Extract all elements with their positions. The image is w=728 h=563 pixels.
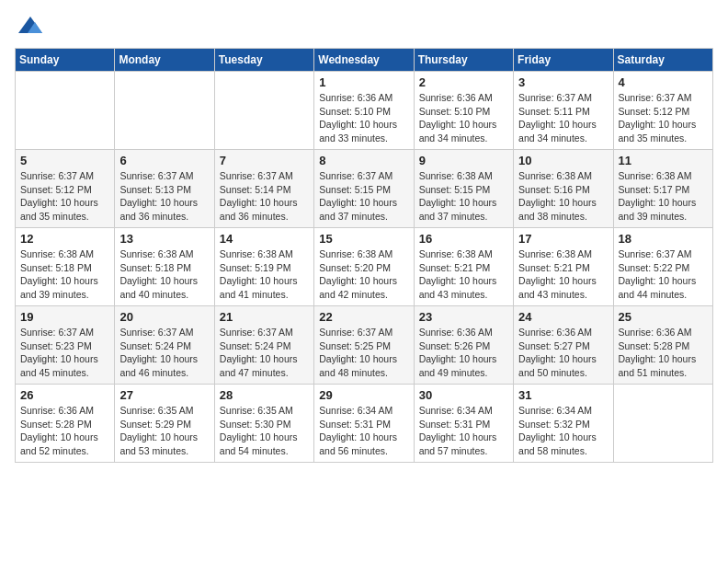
- day-number: 4: [619, 75, 708, 89]
- day-number: 3: [518, 75, 608, 89]
- calendar-cell: 22Sunrise: 6:37 AM Sunset: 5:25 PM Dayli…: [314, 306, 414, 385]
- calendar-cell: 29Sunrise: 6:34 AM Sunset: 5:31 PM Dayli…: [314, 385, 414, 463]
- calendar-cell: 28Sunrise: 6:35 AM Sunset: 5:30 PM Dayli…: [214, 385, 313, 463]
- day-info: Sunrise: 6:36 AM Sunset: 5:28 PM Dayligh…: [619, 326, 708, 380]
- day-number: 7: [220, 154, 309, 167]
- day-info: Sunrise: 6:37 AM Sunset: 5:23 PM Dayligh…: [20, 326, 109, 380]
- calendar-cell: 17Sunrise: 6:38 AM Sunset: 5:21 PM Dayli…: [514, 228, 613, 306]
- day-number: 2: [419, 75, 508, 89]
- calendar-cell: [214, 72, 313, 150]
- day-number: 10: [518, 154, 608, 167]
- week-row-5: 26Sunrise: 6:36 AM Sunset: 5:28 PM Dayli…: [16, 385, 713, 463]
- calendar-cell: [16, 72, 115, 150]
- calendar-cell: 8Sunrise: 6:37 AM Sunset: 5:15 PM Daylig…: [314, 150, 414, 228]
- calendar-cell: 12Sunrise: 6:38 AM Sunset: 5:18 PM Dayli…: [16, 228, 115, 306]
- day-number: 5: [20, 154, 109, 167]
- day-info: Sunrise: 6:37 AM Sunset: 5:22 PM Dayligh…: [619, 247, 708, 302]
- day-number: 6: [119, 154, 209, 167]
- day-info: Sunrise: 6:35 AM Sunset: 5:30 PM Dayligh…: [220, 404, 309, 458]
- day-number: 9: [419, 154, 508, 167]
- day-info: Sunrise: 6:36 AM Sunset: 5:10 PM Dayligh…: [419, 91, 508, 145]
- weekday-header-tuesday: Tuesday: [214, 49, 313, 72]
- day-info: Sunrise: 6:34 AM Sunset: 5:31 PM Dayligh…: [319, 404, 408, 458]
- calendar-cell: 10Sunrise: 6:38 AM Sunset: 5:16 PM Dayli…: [514, 150, 613, 228]
- day-number: 25: [619, 310, 708, 324]
- day-number: 15: [319, 232, 408, 246]
- calendar-cell: 15Sunrise: 6:38 AM Sunset: 5:20 PM Dayli…: [314, 228, 414, 306]
- day-number: 29: [319, 388, 408, 402]
- calendar-cell: 2Sunrise: 6:36 AM Sunset: 5:10 PM Daylig…: [414, 72, 513, 150]
- weekday-header-thursday: Thursday: [414, 49, 513, 72]
- page-header: [15, 15, 713, 37]
- day-info: Sunrise: 6:37 AM Sunset: 5:13 PM Dayligh…: [119, 169, 209, 224]
- day-info: Sunrise: 6:36 AM Sunset: 5:10 PM Dayligh…: [319, 91, 408, 145]
- day-number: 14: [220, 232, 309, 246]
- calendar-cell: 9Sunrise: 6:38 AM Sunset: 5:15 PM Daylig…: [414, 150, 513, 228]
- day-number: 8: [319, 154, 408, 167]
- day-info: Sunrise: 6:37 AM Sunset: 5:12 PM Dayligh…: [619, 91, 708, 145]
- weekday-header-friday: Friday: [514, 49, 613, 72]
- day-number: 23: [419, 310, 508, 324]
- calendar-cell: [115, 72, 214, 150]
- calendar-cell: 25Sunrise: 6:36 AM Sunset: 5:28 PM Dayli…: [613, 306, 712, 385]
- day-number: 19: [20, 310, 109, 324]
- day-info: Sunrise: 6:37 AM Sunset: 5:24 PM Dayligh…: [220, 326, 309, 380]
- calendar-cell: 7Sunrise: 6:37 AM Sunset: 5:14 PM Daylig…: [214, 150, 313, 228]
- calendar-cell: 24Sunrise: 6:36 AM Sunset: 5:27 PM Dayli…: [514, 306, 613, 385]
- calendar-cell: 20Sunrise: 6:37 AM Sunset: 5:24 PM Dayli…: [115, 306, 214, 385]
- day-info: Sunrise: 6:37 AM Sunset: 5:25 PM Dayligh…: [319, 326, 408, 380]
- day-info: Sunrise: 6:37 AM Sunset: 5:14 PM Dayligh…: [220, 169, 309, 224]
- calendar-cell: 4Sunrise: 6:37 AM Sunset: 5:12 PM Daylig…: [613, 72, 712, 150]
- day-info: Sunrise: 6:36 AM Sunset: 5:26 PM Dayligh…: [419, 326, 508, 380]
- calendar-cell: [613, 385, 712, 463]
- calendar-cell: 23Sunrise: 6:36 AM Sunset: 5:26 PM Dayli…: [414, 306, 513, 385]
- day-number: 24: [518, 310, 608, 324]
- day-number: 12: [20, 232, 109, 246]
- calendar-cell: 26Sunrise: 6:36 AM Sunset: 5:28 PM Dayli…: [16, 385, 115, 463]
- calendar-cell: 3Sunrise: 6:37 AM Sunset: 5:11 PM Daylig…: [514, 72, 613, 150]
- day-number: 30: [419, 388, 508, 402]
- weekday-header-monday: Monday: [115, 49, 214, 72]
- day-info: Sunrise: 6:38 AM Sunset: 5:21 PM Dayligh…: [419, 247, 508, 302]
- calendar-cell: 16Sunrise: 6:38 AM Sunset: 5:21 PM Dayli…: [414, 228, 513, 306]
- day-info: Sunrise: 6:37 AM Sunset: 5:15 PM Dayligh…: [319, 169, 408, 224]
- day-number: 1: [319, 75, 408, 89]
- day-info: Sunrise: 6:38 AM Sunset: 5:19 PM Dayligh…: [220, 247, 309, 302]
- weekday-header-sunday: Sunday: [16, 49, 115, 72]
- week-row-1: 1Sunrise: 6:36 AM Sunset: 5:10 PM Daylig…: [16, 72, 713, 150]
- calendar-cell: 6Sunrise: 6:37 AM Sunset: 5:13 PM Daylig…: [115, 150, 214, 228]
- day-info: Sunrise: 6:38 AM Sunset: 5:20 PM Dayligh…: [319, 247, 408, 302]
- day-info: Sunrise: 6:34 AM Sunset: 5:32 PM Dayligh…: [518, 404, 608, 458]
- day-info: Sunrise: 6:36 AM Sunset: 5:27 PM Dayligh…: [518, 326, 608, 380]
- day-number: 21: [220, 310, 309, 324]
- calendar-cell: 11Sunrise: 6:38 AM Sunset: 5:17 PM Dayli…: [613, 150, 712, 228]
- day-info: Sunrise: 6:38 AM Sunset: 5:16 PM Dayligh…: [518, 169, 608, 224]
- calendar-cell: 5Sunrise: 6:37 AM Sunset: 5:12 PM Daylig…: [16, 150, 115, 228]
- day-info: Sunrise: 6:34 AM Sunset: 5:31 PM Dayligh…: [419, 404, 508, 458]
- day-info: Sunrise: 6:38 AM Sunset: 5:21 PM Dayligh…: [518, 247, 608, 302]
- calendar-cell: 1Sunrise: 6:36 AM Sunset: 5:10 PM Daylig…: [314, 72, 414, 150]
- day-number: 17: [518, 232, 608, 246]
- day-info: Sunrise: 6:36 AM Sunset: 5:28 PM Dayligh…: [20, 404, 109, 458]
- day-number: 28: [220, 388, 309, 402]
- calendar-cell: 18Sunrise: 6:37 AM Sunset: 5:22 PM Dayli…: [613, 228, 712, 306]
- day-number: 11: [619, 154, 708, 167]
- calendar-cell: 30Sunrise: 6:34 AM Sunset: 5:31 PM Dayli…: [414, 385, 513, 463]
- day-number: 13: [119, 232, 209, 246]
- day-number: 20: [119, 310, 209, 324]
- logo-icon: [17, 15, 44, 37]
- weekday-header-row: SundayMondayTuesdayWednesdayThursdayFrid…: [16, 49, 713, 72]
- day-number: 16: [419, 232, 508, 246]
- logo: [15, 15, 46, 37]
- day-info: Sunrise: 6:38 AM Sunset: 5:18 PM Dayligh…: [20, 247, 109, 302]
- day-info: Sunrise: 6:38 AM Sunset: 5:18 PM Dayligh…: [119, 247, 209, 302]
- day-info: Sunrise: 6:37 AM Sunset: 5:12 PM Dayligh…: [20, 169, 109, 224]
- day-info: Sunrise: 6:38 AM Sunset: 5:15 PM Dayligh…: [419, 169, 508, 224]
- calendar-cell: 31Sunrise: 6:34 AM Sunset: 5:32 PM Dayli…: [514, 385, 613, 463]
- day-number: 18: [619, 232, 708, 246]
- day-number: 22: [319, 310, 408, 324]
- day-number: 31: [518, 388, 608, 402]
- day-info: Sunrise: 6:37 AM Sunset: 5:24 PM Dayligh…: [119, 326, 209, 380]
- day-info: Sunrise: 6:37 AM Sunset: 5:11 PM Dayligh…: [518, 91, 608, 145]
- calendar-cell: 21Sunrise: 6:37 AM Sunset: 5:24 PM Dayli…: [214, 306, 313, 385]
